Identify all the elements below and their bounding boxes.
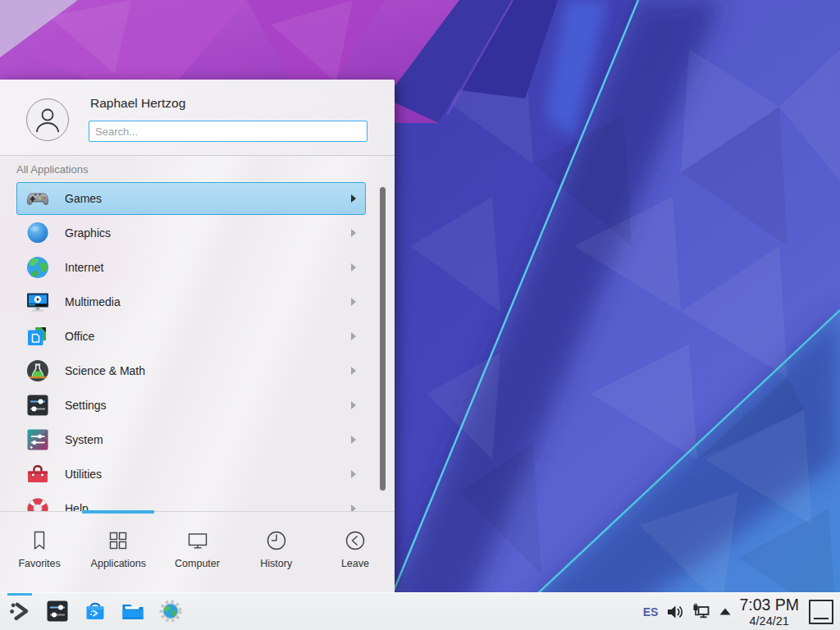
tab-leave[interactable]: Leave [316,512,395,592]
system-tray: ES [643,593,833,630]
active-task-indicator [7,593,32,596]
discover-bag-icon [83,599,107,623]
tab-applications[interactable]: Applications [79,512,158,592]
settings-sliders-icon [25,392,51,418]
submenu-arrow-icon [351,436,356,444]
tab-computer[interactable]: Computer [158,512,236,592]
show-desktop-button[interactable] [809,600,833,624]
volume-icon[interactable] [665,602,685,622]
user-name: Raphael Hertzog [90,96,185,111]
taskbar-app-icons [45,599,183,623]
menu-item-multimedia[interactable]: Multimedia [16,285,366,318]
submenu-arrow-icon [351,298,356,306]
menu-item-label: Utilities [65,468,102,481]
submenu-arrow-icon [351,470,356,478]
tab-favorites[interactable]: Favorites [0,512,79,592]
taskbar-launcher-button[interactable] [8,600,31,623]
taskbar-icon-web-browser[interactable] [158,599,183,623]
menu-item-label: Multimedia [65,295,121,308]
submenu-arrow-icon [351,401,356,409]
tab-history[interactable]: History [237,512,316,592]
section-header: All Applications [0,157,88,182]
menu-item-utilities[interactable]: Utilities [16,458,366,491]
app-list: GamesGraphicsInternetMultimediaOfficeSci… [0,182,395,511]
taskbar-icon-discover[interactable] [83,599,107,623]
submenu-arrow-icon [351,194,356,203]
clock-date: 4/24/21 [739,615,799,628]
submenu-arrow-icon [351,263,356,272]
menu-item-label: Office [65,330,94,343]
clock-time: 7:03 PM [739,597,799,614]
search-input[interactable] [89,121,368,142]
menu-item-settings[interactable]: Settings [16,389,366,422]
utilities-toolbox-icon [25,461,51,487]
tab-label: Computer [175,558,220,569]
leave-icon [344,529,367,552]
submenu-arrow-icon [351,367,356,375]
launcher-header: Raphael Hertzog [0,80,395,156]
help-lifebuoy-icon [25,495,51,511]
taskbar-icon-system-settings[interactable] [45,599,70,623]
scrollbar-thumb[interactable] [380,187,386,491]
menu-item-games[interactable]: Games [16,182,366,215]
office-documents-icon [25,323,51,349]
settings-app-icon [45,599,70,623]
tab-label: History [260,558,292,569]
globe-gear-icon [158,599,183,623]
menu-item-label: Settings [65,399,107,412]
submenu-arrow-icon [351,229,356,237]
tab-label: Leave [341,558,369,569]
menu-item-label: Games [65,192,102,205]
user-avatar[interactable] [26,98,69,141]
taskbar-icon-file-manager[interactable] [121,599,145,623]
gamepad-icon [25,185,51,212]
menu-item-label: System [65,433,103,446]
menu-item-office[interactable]: Office [16,320,366,353]
folder-icon [121,599,145,623]
graphics-sphere-icon [25,220,51,246]
application-launcher-menu: Raphael Hertzog All Applications GamesGr… [0,80,395,592]
keyboard-layout-indicator[interactable]: ES [643,605,659,619]
network-icon[interactable] [692,602,711,622]
expand-tray-icon[interactable] [718,605,733,619]
desktop: Raphael Hertzog All Applications GamesGr… [0,0,840,630]
menu-item-internet[interactable]: Internet [16,251,366,284]
menu-item-system[interactable]: System [16,423,366,456]
bookmark-icon [28,529,51,552]
menu-item-science-math[interactable]: Science & Math [16,354,366,387]
menu-item-label: Internet [65,261,103,274]
tab-label: Favorites [18,558,60,569]
system-sliders-icon [25,427,51,453]
grid-icon [107,529,130,552]
multimedia-monitor-icon [25,289,51,315]
user-icon [27,99,68,140]
menu-item-label: Graphics [65,226,111,240]
kde-launcher-icon [8,600,31,623]
submenu-arrow-icon [351,504,356,511]
digital-clock[interactable]: 7:03 PM 4/24/21 [739,597,799,628]
launcher-tabbar: FavoritesApplicationsComputerHistoryLeav… [0,512,395,592]
menu-item-graphics[interactable]: Graphics [16,217,366,249]
science-flask-icon [25,358,51,384]
menu-item-label: Science & Math [65,364,145,377]
tab-label: Applications [91,558,146,569]
monitor-icon [186,529,209,552]
taskbar: ES [0,592,840,630]
globe-icon [25,254,51,281]
menu-item-help[interactable]: Help [16,492,366,511]
clock-icon [265,529,288,552]
submenu-arrow-icon [351,332,356,340]
